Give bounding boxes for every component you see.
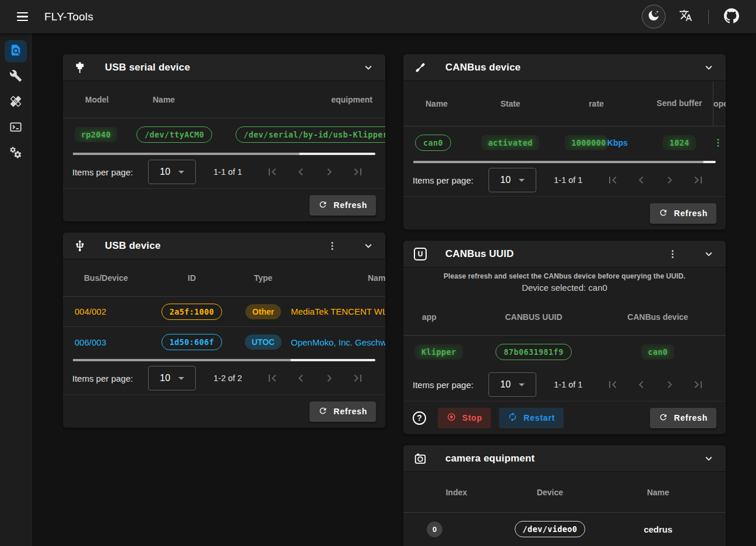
sidebar-item-terminal[interactable] — [5, 117, 27, 139]
device-selected-text: Device selected: can0 — [412, 283, 718, 293]
usb-serial-collapse-chevron[interactable] — [362, 61, 375, 74]
usb-serial-table-header: Model Name equipment — [63, 81, 385, 118]
topbar-actions — [642, 5, 748, 29]
next-page-button[interactable] — [663, 173, 677, 187]
sidebar-item-device-query[interactable] — [5, 40, 27, 62]
column-model: Model — [72, 95, 136, 104]
column-bus-device: Bus/Device — [72, 273, 148, 283]
last-page-button[interactable] — [691, 378, 705, 392]
usb-device-hscroll-thumb[interactable] — [73, 359, 291, 361]
items-per-page-value: 10 — [500, 379, 511, 390]
usb-device-card-header[interactable]: USB device — [63, 233, 385, 259]
type-badge: Other — [245, 304, 281, 319]
column-rate: rate — [547, 99, 646, 108]
canbus-device-hscrollbar — [413, 161, 716, 163]
prev-page-button[interactable] — [294, 165, 308, 179]
prev-page-button[interactable] — [634, 378, 648, 392]
rate-unit: Kbps — [607, 138, 628, 147]
rate-value: 1000000 — [565, 135, 607, 150]
github-button[interactable] — [719, 5, 743, 29]
usb-device-hscrollbar — [73, 359, 375, 361]
bus-value: 004/002 — [72, 307, 148, 316]
last-page-button[interactable] — [691, 173, 705, 187]
items-per-page-value: 10 — [160, 167, 170, 177]
restart-button[interactable]: Restart — [499, 408, 564, 428]
last-page-button[interactable] — [351, 165, 365, 179]
column-device: Device — [500, 488, 600, 497]
usb-device-pagination: Items per page: 10 1-2 of 2 — [63, 362, 385, 394]
canbus-device-row: can0 activated 1000000Kbps 1024 — [403, 126, 726, 159]
items-per-page-label: Items per page: — [413, 175, 473, 185]
usb-device-row: 004/002 2a5f:1000 Other MediaTek TENCENT… — [63, 297, 385, 327]
camera-card-header[interactable]: camera equipment — [403, 445, 726, 472]
refresh-button[interactable]: Refresh — [310, 195, 376, 216]
terminal-icon — [9, 121, 22, 136]
sidebar-item-tools[interactable] — [5, 66, 27, 88]
translate-button[interactable] — [674, 5, 698, 29]
select-caret-icon — [178, 171, 184, 174]
refresh-button[interactable]: Refresh — [310, 401, 376, 422]
camera-collapse-chevron[interactable] — [702, 452, 715, 465]
refresh-button[interactable]: Refresh — [650, 203, 716, 224]
camera-row: 0 /dev/video0 cedrus — [403, 513, 726, 545]
sidebar-item-patches[interactable] — [5, 91, 27, 114]
canbus-uuid-collapse-chevron[interactable] — [702, 248, 715, 260]
usb-serial-card-header[interactable]: USB serial device — [63, 54, 385, 81]
camera-table-header: Index Device Name — [403, 472, 726, 513]
uuid-pill: 87b0631981f9 — [495, 344, 571, 360]
github-icon — [724, 8, 739, 26]
usb-device-collapse-chevron[interactable] — [362, 239, 375, 252]
usb-serial-card: USB serial device Model Name equipment r… — [63, 54, 385, 221]
camera-icon — [413, 452, 428, 465]
canbus-device-hscroll-thumb[interactable] — [413, 161, 704, 163]
canbus-device-card-header[interactable]: CANBus device — [403, 54, 726, 81]
column-name: Name — [600, 488, 716, 497]
canbus-device-value: can0 — [641, 344, 674, 360]
column-send-buffer: Send buffer — [646, 98, 713, 109]
app-bar: FLY-Tools — [0, 0, 756, 33]
first-page-button[interactable] — [265, 165, 279, 179]
first-page-button[interactable] — [606, 173, 620, 187]
row-operate-kebab[interactable] — [713, 138, 723, 148]
topbar-divider — [708, 10, 709, 24]
equipment-pill: /dev/serial/by-id/usb-Klipper_rp204 — [235, 126, 385, 143]
gears-icon — [9, 146, 22, 161]
next-page-button[interactable] — [663, 378, 677, 392]
refresh-button[interactable]: Refresh — [650, 408, 716, 428]
dark-mode-toggle[interactable] — [642, 5, 666, 29]
last-page-button[interactable] — [351, 371, 365, 385]
first-page-button[interactable] — [265, 371, 279, 385]
canbus-device-collapse-chevron[interactable] — [702, 61, 715, 74]
items-per-page-select[interactable]: 10 — [148, 160, 196, 184]
first-page-button[interactable] — [606, 378, 620, 392]
items-per-page-select[interactable]: 10 — [488, 168, 536, 192]
column-app: app — [413, 312, 468, 322]
next-page-button[interactable] — [322, 371, 336, 385]
usb-serial-hscroll-thumb[interactable] — [73, 153, 300, 155]
refresh-label: Refresh — [674, 413, 708, 422]
next-page-button[interactable] — [322, 165, 336, 179]
canbus-uuid-menu-kebab[interactable] — [667, 249, 678, 259]
stop-button[interactable]: Stop — [438, 408, 491, 428]
column-index: Index — [413, 488, 500, 497]
items-per-page-select[interactable]: 10 — [148, 366, 196, 390]
sidebar-item-services[interactable] — [5, 143, 27, 165]
stop-icon — [446, 412, 456, 424]
items-per-page-select[interactable]: 10 — [488, 372, 536, 397]
usb-icon — [72, 239, 87, 252]
canbus-uuid-pagination: Items per page: 10 1-1 of 1 — [403, 368, 726, 401]
items-per-page-value: 10 — [500, 175, 511, 185]
column-id: ID — [148, 273, 235, 283]
usb-device-menu-kebab[interactable] — [327, 241, 337, 251]
sidebar-nav — [0, 33, 31, 546]
menu-icon[interactable] — [10, 5, 34, 29]
prev-page-button[interactable] — [634, 173, 648, 187]
restart-icon — [508, 412, 518, 424]
name-pill: /dev/ttyACM0 — [136, 126, 212, 143]
uuid-hint-text: Please refresh and select the CANbus dev… — [412, 272, 718, 280]
help-icon[interactable]: ? — [413, 411, 426, 425]
canbus-device-card-title: CANBus device — [445, 62, 521, 73]
items-per-page-label: Items per page: — [413, 380, 473, 390]
canbus-uuid-card-header[interactable]: U CANBus UUID — [403, 241, 726, 267]
prev-page-button[interactable] — [294, 371, 308, 385]
